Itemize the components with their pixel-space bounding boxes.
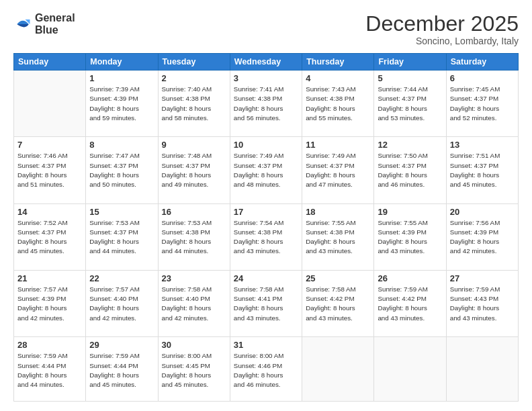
day-number: 30 bbox=[162, 340, 226, 350]
day-info: Sunrise: 7:58 AMSunset: 4:42 PMDaylight:… bbox=[306, 285, 370, 323]
day-cell-w2-d3: 9Sunrise: 7:48 AMSunset: 4:37 PMDaylight… bbox=[158, 137, 230, 203]
day-cell-w1-d5: 4Sunrise: 7:43 AMSunset: 4:38 PMDaylight… bbox=[302, 71, 374, 137]
day-number: 16 bbox=[162, 207, 226, 217]
day-cell-w1-d7: 6Sunrise: 7:45 AMSunset: 4:37 PMDaylight… bbox=[446, 71, 518, 137]
title-area: December 2025 Soncino, Lombardy, Italy bbox=[365, 12, 519, 46]
day-cell-w2-d2: 8Sunrise: 7:47 AMSunset: 4:37 PMDaylight… bbox=[86, 137, 158, 203]
day-number: 12 bbox=[378, 140, 442, 150]
day-info: Sunrise: 7:44 AMSunset: 4:37 PMDaylight:… bbox=[378, 85, 442, 123]
day-number: 27 bbox=[450, 273, 515, 283]
day-cell-w2-d1: 7Sunrise: 7:46 AMSunset: 4:37 PMDaylight… bbox=[14, 137, 86, 203]
day-number: 15 bbox=[89, 207, 154, 217]
day-cell-w5-d4: 31Sunrise: 8:00 AMSunset: 4:46 PMDayligh… bbox=[230, 337, 302, 402]
day-cell-w2-d5: 11Sunrise: 7:49 AMSunset: 4:37 PMDayligh… bbox=[302, 137, 374, 203]
day-number: 10 bbox=[234, 140, 298, 150]
week-row-3: 14Sunrise: 7:52 AMSunset: 4:37 PMDayligh… bbox=[14, 203, 519, 270]
day-number: 26 bbox=[378, 273, 442, 283]
day-info: Sunrise: 7:59 AMSunset: 4:44 PMDaylight:… bbox=[17, 351, 82, 390]
col-thursday: Thursday bbox=[302, 54, 374, 71]
day-number: 28 bbox=[17, 340, 82, 350]
day-number: 7 bbox=[17, 140, 82, 150]
day-number: 22 bbox=[89, 273, 154, 283]
day-cell-w5-d5 bbox=[302, 337, 374, 402]
day-number: 3 bbox=[234, 73, 298, 83]
day-cell-w3-d7: 20Sunrise: 7:56 AMSunset: 4:39 PMDayligh… bbox=[446, 203, 518, 270]
day-info: Sunrise: 7:41 AMSunset: 4:38 PMDaylight:… bbox=[234, 85, 298, 123]
day-cell-w4-d5: 25Sunrise: 7:58 AMSunset: 4:42 PMDayligh… bbox=[302, 271, 374, 337]
calendar-table: Sunday Monday Tuesday Wednesday Thursday… bbox=[13, 53, 519, 402]
day-cell-w2-d4: 10Sunrise: 7:49 AMSunset: 4:37 PMDayligh… bbox=[230, 137, 302, 203]
day-cell-w3-d3: 16Sunrise: 7:53 AMSunset: 4:38 PMDayligh… bbox=[158, 203, 230, 270]
logo-text-block: General Blue bbox=[35, 12, 75, 36]
logo-icon bbox=[13, 15, 32, 34]
day-number: 4 bbox=[306, 73, 370, 83]
day-number: 17 bbox=[234, 207, 298, 217]
day-info: Sunrise: 7:48 AMSunset: 4:37 PMDaylight:… bbox=[162, 151, 226, 189]
day-number: 9 bbox=[162, 140, 226, 150]
day-info: Sunrise: 8:00 AMSunset: 4:46 PMDaylight:… bbox=[234, 351, 298, 390]
day-cell-w3-d6: 19Sunrise: 7:55 AMSunset: 4:39 PMDayligh… bbox=[374, 203, 446, 270]
day-number: 23 bbox=[162, 273, 226, 283]
col-sunday: Sunday bbox=[14, 54, 86, 71]
day-info: Sunrise: 7:50 AMSunset: 4:37 PMDaylight:… bbox=[378, 151, 442, 189]
header-row: Sunday Monday Tuesday Wednesday Thursday… bbox=[14, 54, 519, 71]
page: General Blue December 2025 Soncino, Lomb… bbox=[0, 0, 532, 411]
day-number: 25 bbox=[306, 273, 370, 283]
day-cell-w4-d6: 26Sunrise: 7:59 AMSunset: 4:42 PMDayligh… bbox=[374, 271, 446, 337]
day-cell-w2-d7: 13Sunrise: 7:51 AMSunset: 4:37 PMDayligh… bbox=[446, 137, 518, 203]
day-number: 14 bbox=[17, 207, 82, 217]
month-title: December 2025 bbox=[365, 12, 519, 36]
day-info: Sunrise: 7:46 AMSunset: 4:37 PMDaylight:… bbox=[17, 151, 82, 189]
col-wednesday: Wednesday bbox=[230, 54, 302, 71]
day-number: 2 bbox=[162, 73, 226, 83]
day-number: 6 bbox=[450, 73, 515, 83]
day-info: Sunrise: 7:59 AMSunset: 4:43 PMDaylight:… bbox=[450, 285, 515, 323]
col-monday: Monday bbox=[86, 54, 158, 71]
day-cell-w5-d1: 28Sunrise: 7:59 AMSunset: 4:44 PMDayligh… bbox=[14, 337, 86, 402]
week-row-4: 21Sunrise: 7:57 AMSunset: 4:39 PMDayligh… bbox=[14, 271, 519, 337]
week-row-5: 28Sunrise: 7:59 AMSunset: 4:44 PMDayligh… bbox=[14, 337, 519, 402]
day-info: Sunrise: 7:57 AMSunset: 4:40 PMDaylight:… bbox=[89, 285, 154, 323]
day-cell-w3-d4: 17Sunrise: 7:54 AMSunset: 4:38 PMDayligh… bbox=[230, 203, 302, 270]
day-number: 5 bbox=[378, 73, 442, 83]
day-cell-w3-d5: 18Sunrise: 7:55 AMSunset: 4:38 PMDayligh… bbox=[302, 203, 374, 270]
day-number: 13 bbox=[450, 140, 515, 150]
day-info: Sunrise: 7:59 AMSunset: 4:44 PMDaylight:… bbox=[89, 351, 154, 390]
day-cell-w1-d6: 5Sunrise: 7:44 AMSunset: 4:37 PMDaylight… bbox=[374, 71, 446, 137]
header: General Blue December 2025 Soncino, Lomb… bbox=[13, 12, 519, 46]
day-info: Sunrise: 7:57 AMSunset: 4:39 PMDaylight:… bbox=[17, 285, 82, 323]
col-tuesday: Tuesday bbox=[158, 54, 230, 71]
day-info: Sunrise: 7:49 AMSunset: 4:37 PMDaylight:… bbox=[234, 151, 298, 189]
logo-line1: General bbox=[35, 12, 75, 24]
day-cell-w3-d2: 15Sunrise: 7:53 AMSunset: 4:37 PMDayligh… bbox=[86, 203, 158, 270]
day-info: Sunrise: 7:58 AMSunset: 4:40 PMDaylight:… bbox=[162, 285, 226, 323]
day-cell-w5-d2: 29Sunrise: 7:59 AMSunset: 4:44 PMDayligh… bbox=[86, 337, 158, 402]
day-cell-w4-d4: 24Sunrise: 7:58 AMSunset: 4:41 PMDayligh… bbox=[230, 271, 302, 337]
week-row-2: 7Sunrise: 7:46 AMSunset: 4:37 PMDaylight… bbox=[14, 137, 519, 203]
day-info: Sunrise: 7:58 AMSunset: 4:41 PMDaylight:… bbox=[234, 285, 298, 323]
day-info: Sunrise: 7:59 AMSunset: 4:42 PMDaylight:… bbox=[378, 285, 442, 323]
day-info: Sunrise: 7:49 AMSunset: 4:37 PMDaylight:… bbox=[306, 151, 370, 189]
day-info: Sunrise: 7:54 AMSunset: 4:38 PMDaylight:… bbox=[234, 218, 298, 257]
day-info: Sunrise: 7:56 AMSunset: 4:39 PMDaylight:… bbox=[450, 218, 515, 257]
day-info: Sunrise: 8:00 AMSunset: 4:45 PMDaylight:… bbox=[162, 351, 226, 390]
day-cell-w4-d1: 21Sunrise: 7:57 AMSunset: 4:39 PMDayligh… bbox=[14, 271, 86, 337]
day-info: Sunrise: 7:53 AMSunset: 4:37 PMDaylight:… bbox=[89, 218, 154, 257]
day-info: Sunrise: 7:40 AMSunset: 4:38 PMDaylight:… bbox=[162, 85, 226, 123]
day-cell-w2-d6: 12Sunrise: 7:50 AMSunset: 4:37 PMDayligh… bbox=[374, 137, 446, 203]
day-cell-w4-d3: 23Sunrise: 7:58 AMSunset: 4:40 PMDayligh… bbox=[158, 271, 230, 337]
day-cell-w3-d1: 14Sunrise: 7:52 AMSunset: 4:37 PMDayligh… bbox=[14, 203, 86, 270]
day-cell-w4-d7: 27Sunrise: 7:59 AMSunset: 4:43 PMDayligh… bbox=[446, 271, 518, 337]
day-cell-w1-d1 bbox=[14, 71, 86, 137]
day-info: Sunrise: 7:47 AMSunset: 4:37 PMDaylight:… bbox=[89, 151, 154, 189]
day-cell-w5-d7 bbox=[446, 337, 518, 402]
day-number: 31 bbox=[234, 340, 298, 350]
day-number: 8 bbox=[89, 140, 154, 150]
day-cell-w5-d6 bbox=[374, 337, 446, 402]
col-saturday: Saturday bbox=[446, 54, 518, 71]
day-number: 29 bbox=[89, 340, 154, 350]
location: Soncino, Lombardy, Italy bbox=[365, 36, 519, 46]
day-info: Sunrise: 7:52 AMSunset: 4:37 PMDaylight:… bbox=[17, 218, 82, 257]
day-cell-w4-d2: 22Sunrise: 7:57 AMSunset: 4:40 PMDayligh… bbox=[86, 271, 158, 337]
day-info: Sunrise: 7:43 AMSunset: 4:38 PMDaylight:… bbox=[306, 85, 370, 123]
